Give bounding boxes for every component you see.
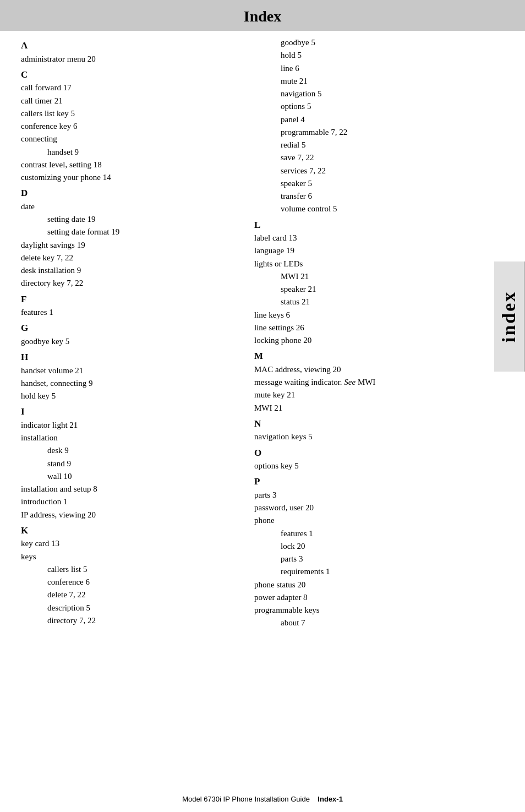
index-entry: features 1 — [21, 306, 238, 319]
index-entry: lock 20 — [254, 540, 471, 553]
index-entry: daylight savings 19 — [21, 239, 238, 252]
letter-heading: I — [21, 405, 238, 419]
section-I: I indicator light 21 installation desk 9… — [21, 405, 238, 521]
index-entry: conference 6 — [21, 576, 238, 588]
section-F: F features 1 — [21, 292, 238, 319]
index-entry: goodbye 5 — [254, 36, 471, 49]
index-entry: volume control 5 — [254, 203, 471, 215]
page-header: Index — [0, 0, 525, 31]
index-entry: message waiting indicator. See MWI — [254, 376, 471, 389]
index-entry: mute 21 — [254, 75, 471, 88]
letter-heading: L — [254, 218, 471, 232]
index-entry: key card 13 — [21, 537, 238, 550]
index-entry: description 5 — [21, 602, 238, 614]
index-entry: setting date format 19 — [21, 226, 238, 238]
section-D: D date setting date 19 setting date form… — [21, 186, 238, 290]
keys-continued: goodbye 5 hold 5 line 6 mute 21 navigati… — [254, 36, 471, 216]
index-entry: call timer 21 — [21, 95, 238, 107]
index-entry: handset, connecting 9 — [21, 377, 238, 390]
index-entry: navigation 5 — [254, 88, 471, 100]
index-entry: MWI 21 — [254, 402, 471, 415]
index-entry: directory key 7, 22 — [21, 277, 238, 290]
index-entry: handset volume 21 — [21, 364, 238, 377]
letter-heading: A — [21, 39, 238, 53]
index-entry: MAC address, viewing 20 — [254, 363, 471, 376]
index-entry: services 7, 22 — [254, 165, 471, 177]
index-entry: features 1 — [254, 527, 471, 540]
index-entry: setting date 19 — [21, 213, 238, 226]
index-entry: desk 9 — [21, 444, 238, 457]
index-entry: speaker 21 — [254, 283, 471, 296]
index-entry: requirements 1 — [254, 565, 471, 578]
index-entry: administrator menu 20 — [21, 53, 238, 66]
section-O: O options key 5 — [254, 446, 471, 473]
index-entry: parts 3 — [254, 489, 471, 502]
section-H: H handset volume 21 handset, connecting … — [21, 350, 238, 402]
footer-text: Model 6730i IP Phone Installation Guide — [182, 795, 310, 803]
letter-heading: H — [21, 350, 238, 364]
index-entry: status 21 — [254, 296, 471, 308]
index-entry: handset 9 — [21, 146, 238, 159]
index-entry: delete 7, 22 — [21, 588, 238, 601]
index-entry: directory 7, 22 — [21, 614, 238, 627]
index-entry: speaker 5 — [254, 177, 471, 190]
index-entry: customizing your phone 14 — [21, 171, 238, 184]
index-entry: phone — [254, 514, 471, 527]
index-entry: locking phone 20 — [254, 334, 471, 347]
index-entry: lights or LEDs — [254, 258, 471, 270]
index-entry: line 6 — [254, 62, 471, 75]
section-N: N navigation keys 5 — [254, 417, 471, 444]
section-L: L label card 13 language 19 lights or LE… — [254, 218, 471, 347]
index-entry: mute key 21 — [254, 389, 471, 401]
letter-heading: O — [254, 446, 471, 460]
index-entry: indicator light 21 — [21, 419, 238, 432]
section-C: C call forward 17 call timer 21 callers … — [21, 68, 238, 184]
index-entry: hold key 5 — [21, 390, 238, 402]
page-title: Index — [0, 8, 525, 25]
section-K: K key card 13 keys callers list 5 confer… — [21, 524, 238, 627]
index-entry: installation and setup 8 — [21, 483, 238, 495]
index-entry: conference key 6 — [21, 120, 238, 133]
letter-heading: K — [21, 524, 238, 538]
index-entry: callers list 5 — [21, 563, 238, 576]
index-entry: save 7, 22 — [254, 151, 471, 164]
letter-heading: F — [21, 292, 238, 307]
index-entry: delete key 7, 22 — [21, 252, 238, 264]
letter-heading: M — [254, 349, 471, 363]
index-entry: goodbye key 5 — [21, 335, 238, 348]
index-entry: IP address, viewing 20 — [21, 509, 238, 521]
index-entry: programmable 7, 22 — [254, 126, 471, 139]
section-M: M MAC address, viewing 20 message waitin… — [254, 349, 471, 415]
section-G: G goodbye key 5 — [21, 321, 238, 348]
letter-heading: P — [254, 475, 471, 489]
index-entry: panel 4 — [254, 113, 471, 126]
index-entry: password, user 20 — [254, 502, 471, 514]
index-entry: introduction 1 — [21, 495, 238, 508]
index-entry: parts 3 — [254, 553, 471, 565]
index-entry: stand 9 — [21, 457, 238, 470]
index-entry: options 5 — [254, 100, 471, 113]
index-entry: phone status 20 — [254, 579, 471, 591]
index-entry: date — [21, 200, 238, 213]
index-entry: connecting — [21, 133, 238, 145]
page-footer: Model 6730i IP Phone Installation Guide … — [0, 795, 525, 803]
right-column: goodbye 5 hold 5 line 6 mute 21 navigati… — [249, 36, 504, 630]
index-entry: MWI 21 — [254, 270, 471, 283]
index-entry: label card 13 — [254, 232, 471, 244]
letter-heading: G — [21, 321, 238, 335]
index-entry: hold 5 — [254, 49, 471, 62]
index-entry: keys — [21, 551, 238, 563]
index-entry: programmable keys — [254, 604, 471, 617]
index-entry: transfer 6 — [254, 190, 471, 203]
index-entry: options key 5 — [254, 460, 471, 472]
sidebar-index-label: index — [494, 261, 525, 372]
index-entry: desk installation 9 — [21, 264, 238, 277]
index-entry: redial 5 — [254, 139, 471, 151]
section-P: P parts 3 password, user 20 phone featur… — [254, 475, 471, 629]
index-entry: installation — [21, 432, 238, 444]
index-entry: power adapter 8 — [254, 591, 471, 604]
letter-heading: D — [21, 186, 238, 200]
index-entry: language 19 — [254, 244, 471, 257]
index-entry: contrast level, setting 18 — [21, 159, 238, 171]
section-A: A administrator menu 20 — [21, 39, 238, 66]
